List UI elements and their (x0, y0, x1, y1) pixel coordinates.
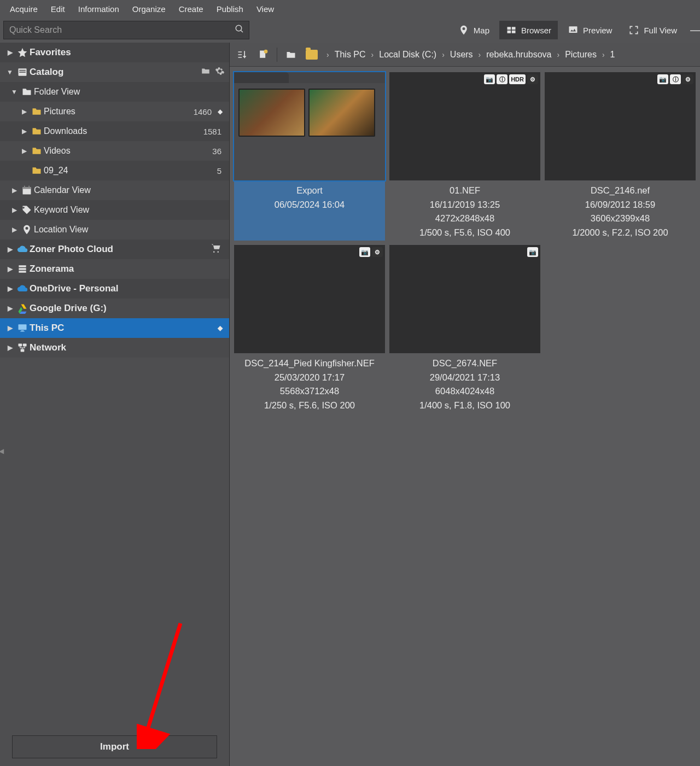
expand-arrow-icon[interactable]: ▶ (19, 127, 30, 135)
import-button[interactable]: Import (12, 735, 217, 758)
collapse-arrow-icon[interactable]: ▼ (9, 88, 20, 96)
sort-chevron-icon[interactable]: ◆ (215, 324, 225, 332)
cloud-icon (15, 244, 30, 255)
view-browser[interactable]: Browser (499, 21, 558, 39)
thumb-date: 16/09/2012 18:59 (547, 198, 693, 212)
menu-organize[interactable]: Organize (126, 2, 172, 16)
expand-arrow-icon[interactable]: ▶ (4, 324, 15, 332)
search-icon[interactable] (235, 24, 244, 37)
bc-last[interactable]: 1 (610, 50, 615, 60)
svg-rect-5 (19, 72, 26, 73)
expand-arrow-icon[interactable]: ▶ (9, 186, 20, 194)
thispc-label: This PC (30, 323, 215, 334)
videos-label: Videos (44, 146, 212, 156)
expand-arrow-icon[interactable]: ▶ (4, 344, 15, 352)
expand-arrow-icon[interactable]: ▶ (4, 285, 15, 293)
sort-chevron-icon[interactable]: ◆ (215, 108, 225, 115)
collapse-arrow-icon[interactable]: ▼ (4, 68, 15, 76)
menu-view[interactable]: View (250, 2, 281, 16)
expand-arrow-icon[interactable]: ▶ (9, 226, 20, 233)
thumb-name: Export (236, 184, 383, 198)
tree-favorites[interactable]: ▶ Favorites (0, 43, 229, 62)
expand-arrow-icon[interactable]: ▶ (4, 305, 15, 312)
gdrive-label: Google Drive (G:) (30, 303, 225, 314)
tree-videos[interactable]: ▶ Videos 36 (0, 141, 229, 161)
thumb-name: DSC_2144_Pied Kingfisher.NEF (236, 356, 383, 371)
view-fullview[interactable]: Full View (622, 21, 684, 39)
downloads-label: Downloads (44, 126, 203, 136)
folder-up-icon[interactable] (282, 46, 300, 63)
tree-0924[interactable]: 09_24 5 (0, 161, 229, 180)
bc-user[interactable]: rebeka.hrubsova (486, 50, 551, 60)
menu-create[interactable]: Create (172, 2, 210, 16)
thumb-01-nef[interactable]: 📷 ⓘ HDR ⚙ 01.NEF 16/11/2019 13:25 4272x2… (389, 72, 540, 241)
expand-arrow-icon[interactable]: ▶ (19, 108, 30, 115)
tree-downloads[interactable]: ▶ Downloads 1581 (0, 121, 229, 141)
new-file-icon[interactable] (254, 46, 272, 63)
tree-catalog[interactable]: ▼ Catalog (0, 62, 229, 82)
menu-information[interactable]: Information (72, 2, 126, 16)
sliders-icon: ⚙ (372, 247, 383, 257)
tree-zoner-photo-cloud[interactable]: ▶ Zoner Photo Cloud (0, 239, 229, 259)
gear-icon[interactable] (215, 66, 225, 79)
onedrive-label: OneDrive - Personal (30, 283, 225, 294)
expand-arrow-icon[interactable]: ▶ (9, 206, 20, 214)
menu-edit[interactable]: Edit (44, 2, 72, 16)
bc-thispc[interactable]: This PC (335, 50, 366, 60)
thumb-name: DSC_2674.NEF (392, 356, 538, 371)
thumb-dsc-2146[interactable]: 📷 ⓘ ⚙ DSC_2146.nef 16/09/2012 18:59 3606… (545, 72, 696, 241)
tree-keyword[interactable]: ▶ Keyword View (0, 200, 229, 220)
thumb-dims: 4272x2848x48 (392, 212, 538, 226)
tree-this-pc[interactable]: ▶ This PC ◆ (0, 318, 229, 338)
tree-zonerama[interactable]: ▶ Zonerama (0, 259, 229, 279)
bc-users[interactable]: Users (450, 50, 473, 60)
view-map[interactable]: Map (452, 21, 496, 39)
thumb-dims: 6048x4024x48 (392, 384, 538, 399)
svg-rect-10 (19, 324, 27, 330)
0924-label: 09_24 (44, 166, 217, 176)
expand-arrow-icon[interactable]: ▶ (4, 265, 15, 273)
search-box (3, 21, 249, 39)
thumb-dsc-2674[interactable]: 📷 DSC_2674.NEF 29/04/2021 17:13 6048x402… (389, 245, 540, 413)
tree-onedrive[interactable]: ▶ OneDrive - Personal (0, 279, 229, 299)
menu-publish[interactable]: Publish (210, 2, 250, 16)
thumb-dsc-2144[interactable]: 📷 ⚙ DSC_2144_Pied Kingfisher.NEF 25/03/2… (234, 245, 385, 413)
sort-az-icon[interactable] (233, 46, 252, 63)
new-folder-icon[interactable] (201, 66, 211, 79)
tree-network[interactable]: ▶ Network (0, 338, 229, 358)
expand-arrow-icon[interactable]: ▶ (4, 49, 15, 56)
bc-localdisk[interactable]: Local Disk (C:) (379, 50, 436, 60)
folder-yellow-icon (30, 145, 44, 156)
view-preview[interactable]: Preview (561, 21, 619, 39)
view-preview-label: Preview (583, 26, 612, 35)
camera-icon: 📷 (657, 74, 668, 84)
tree-location[interactable]: ▶ Location View (0, 220, 229, 239)
tree-pictures[interactable]: ▶ Pictures 1460 ◆ (0, 102, 229, 121)
pictures-label: Pictures (44, 107, 194, 116)
zpc-label: Zoner Photo Cloud (30, 244, 211, 255)
toolbar: Map Browser Preview Full View — (0, 17, 700, 43)
search-input[interactable] (8, 25, 235, 36)
chevron-right-icon: › (368, 50, 377, 59)
expand-arrow-icon[interactable]: ▶ (4, 245, 15, 253)
cart-icon[interactable] (211, 243, 221, 256)
expand-arrow-icon (19, 167, 30, 174)
tree: ▶ Favorites ▼ Catalog ▼ Folder View ▶ (0, 43, 229, 730)
expand-arrow-icon[interactable]: ▶ (19, 147, 30, 155)
thumb-folder-export[interactable]: Export 06/05/2024 16:04 (234, 72, 385, 241)
folder-current-icon[interactable] (302, 46, 321, 63)
catalog-label: Catalog (30, 67, 201, 78)
toolbar-overflow[interactable]: — (687, 23, 697, 37)
camera-icon: 📷 (484, 74, 495, 84)
zonerama-icon (15, 264, 30, 274)
tree-folder-view[interactable]: ▼ Folder View (0, 82, 229, 102)
bc-pictures[interactable]: Pictures (565, 50, 597, 60)
menu-acquire[interactable]: Acquire (3, 2, 44, 16)
tree-calendar[interactable]: ▶ Calendar View (0, 180, 229, 200)
tree-gdrive[interactable]: ▶ Google Drive (G:) (0, 299, 229, 318)
thumb-date: 06/05/2024 16:04 (236, 198, 383, 212)
svg-rect-13 (19, 344, 22, 347)
calendar-icon (20, 185, 34, 196)
thumb-exif: 1/250 s, F5.6, ISO 200 (236, 399, 383, 413)
sidebar-collapse-handle[interactable]: ◀ (0, 447, 4, 458)
